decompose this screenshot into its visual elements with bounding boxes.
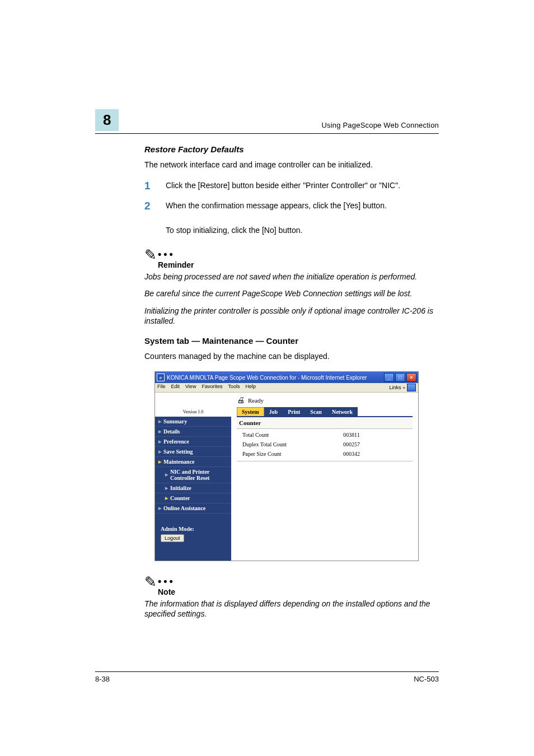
sidebar: Version 1.0 ▶Summary ▶Details ▶Preferenc…: [155, 393, 231, 561]
reminder-p1: Jobs being processed are not saved when …: [144, 272, 439, 282]
logout-button[interactable]: Logout: [161, 534, 184, 542]
version-label: Version 1.0: [155, 409, 231, 417]
reminder-p2: Be careful since the current PageScope W…: [144, 288, 439, 298]
menu-favorites[interactable]: Favorites: [202, 384, 222, 391]
brand-logo: Version 1.0: [155, 393, 231, 417]
triangle-icon: ▶: [158, 506, 161, 511]
sidebar-item-preference[interactable]: ▶Preference: [155, 437, 231, 447]
tab-scan[interactable]: Scan: [305, 407, 327, 416]
footer-rule: [95, 671, 439, 672]
tab-system[interactable]: System: [237, 407, 264, 416]
tab-network[interactable]: Network: [327, 407, 358, 416]
ellipsis-icon: •••: [158, 576, 175, 587]
close-button[interactable]: ×: [406, 373, 416, 382]
triangle-icon: ▶: [165, 473, 168, 477]
status-bar: 🖨 Ready: [231, 393, 418, 407]
menu-file[interactable]: File: [157, 384, 166, 391]
note-block: ✎••• Note The information that is displa…: [144, 571, 439, 619]
reminder-p3: Initializing the printer controller is p…: [144, 306, 439, 326]
sidebar-item-online-assistance[interactable]: ▶Online Assistance: [155, 503, 231, 514]
note-label: Note: [158, 587, 439, 596]
page-number: 8-38: [95, 675, 110, 683]
step-number: 2: [144, 200, 166, 212]
counter-label: Paper Size Count: [242, 451, 343, 457]
counter-label: Duplex Total Count: [242, 441, 343, 447]
maximize-button[interactable]: □: [395, 373, 405, 382]
menu-edit[interactable]: Edit: [171, 384, 180, 391]
pencil-icon: ✎: [144, 248, 157, 262]
admin-mode-label: Admin Mode:: [161, 526, 226, 532]
window-title: KONICA MINOLTA Page Scope Web Connection…: [167, 375, 383, 381]
sidebar-item-counter[interactable]: ▶Counter: [155, 493, 231, 503]
sidebar-item-nic-reset[interactable]: ▶NIC and Printer Controller Reset: [155, 467, 231, 483]
sidebar-item-save-setting[interactable]: ▶Save Setting: [155, 447, 231, 457]
triangle-icon: ▶: [158, 430, 161, 434]
triangle-icon: ▶: [165, 486, 168, 491]
step-1: 1 Click the [Restore] button beside eith…: [144, 180, 439, 192]
restore-intro: The network interface card and image con…: [144, 160, 439, 170]
reminder-block: ✎••• Reminder Jobs being processed are n…: [144, 244, 439, 326]
step-text: When the confirmation message appears, c…: [166, 200, 439, 236]
links-toolbar[interactable]: Links»: [390, 384, 416, 391]
minimize-button[interactable]: _: [384, 373, 394, 382]
sidebar-item-initialize[interactable]: ▶Initialize: [155, 483, 231, 493]
step-text: Click the [Restore] button beside either…: [166, 180, 439, 192]
section-title-counter: System tab — Maintenance — Counter: [144, 336, 439, 346]
chevron-right-icon: »: [403, 385, 405, 390]
table-row: Paper Size Count 000342: [242, 449, 407, 459]
triangle-icon: ▶: [158, 419, 161, 424]
header-rule: [95, 133, 439, 134]
triangle-icon: ▶: [165, 496, 168, 501]
counter-value: 000257: [343, 441, 360, 447]
tab-print[interactable]: Print: [283, 407, 305, 416]
reminder-label: Reminder: [158, 260, 439, 269]
menu-view[interactable]: View: [185, 384, 196, 391]
ie-throbber-icon: [407, 384, 416, 391]
step-2: 2 When the confirmation message appears,…: [144, 200, 439, 236]
menu-tools[interactable]: Tools: [228, 384, 240, 391]
pencil-icon: ✎: [144, 575, 157, 589]
menu-help[interactable]: Help: [245, 384, 256, 391]
status-text: Ready: [248, 397, 264, 404]
browser-window: e KONICA MINOLTA Page Scope Web Connecti…: [154, 371, 419, 561]
table-row: Duplex Total Count 000257: [242, 440, 407, 449]
table-row: Total Count 003811: [242, 430, 407, 440]
menu-bar: File Edit View Favorites Tools Help Link…: [155, 383, 418, 393]
counter-value: 000342: [343, 451, 360, 457]
sidebar-item-maintenance[interactable]: ▶Maintenance: [155, 457, 231, 467]
model-number: NC-503: [414, 675, 439, 683]
triangle-icon: ▶: [158, 440, 161, 444]
panel-title: Counter: [237, 417, 413, 429]
title-bar: e KONICA MINOLTA Page Scope Web Connecti…: [155, 372, 418, 383]
counter-label: Total Count: [242, 432, 343, 438]
note-p1: The information that is displayed differ…: [144, 599, 439, 619]
counter-intro: Counters managed by the machine can be d…: [144, 351, 439, 361]
main-panel: 🖨 Ready System Job Print Scan Network Co…: [231, 393, 418, 561]
sidebar-item-summary[interactable]: ▶Summary: [155, 417, 231, 427]
triangle-icon: ▶: [158, 450, 161, 454]
triangle-icon: ▶: [158, 460, 161, 464]
admin-mode-block: Admin Mode: Logout: [155, 514, 231, 548]
chapter-number: 8: [95, 109, 119, 131]
step-number: 1: [144, 180, 166, 192]
sidebar-item-details[interactable]: ▶Details: [155, 427, 231, 437]
ellipsis-icon: •••: [158, 249, 175, 260]
ie-icon: e: [157, 374, 165, 381]
tab-job[interactable]: Job: [264, 407, 283, 416]
tab-strip: System Job Print Scan Network: [231, 407, 418, 416]
printer-icon: 🖨: [237, 396, 245, 405]
section-title-restore: Restore Factory Defaults: [144, 144, 439, 154]
running-header: Using PageScope Web Connection: [321, 121, 439, 129]
counter-table: Total Count 003811 Duplex Total Count 00…: [231, 429, 418, 460]
counter-value: 003811: [343, 432, 360, 438]
